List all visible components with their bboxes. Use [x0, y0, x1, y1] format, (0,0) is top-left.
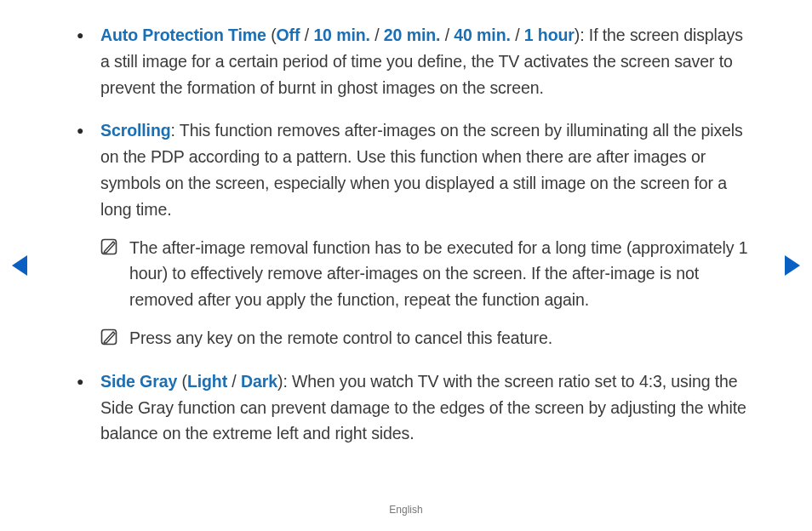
option: Light	[187, 372, 227, 391]
option: Off	[277, 26, 300, 44]
option-sep: /	[440, 26, 454, 44]
note-icon	[100, 328, 117, 345]
option-sep: /	[511, 26, 524, 44]
prev-page-arrow[interactable]	[12, 255, 27, 276]
page-content: Auto Protection Time (Off / 10 min. / 20…	[77, 22, 749, 464]
keyword: Side Gray	[100, 372, 177, 391]
option: 10 min.	[313, 26, 370, 44]
item-body: : This function removes after-images on …	[100, 121, 743, 218]
paren-open: (	[177, 372, 187, 391]
keyword: Scrolling	[100, 121, 171, 140]
note-icon	[100, 238, 117, 255]
option: Dark	[241, 372, 277, 391]
keyword: Auto Protection Time	[100, 26, 266, 44]
option-sep: /	[370, 26, 384, 44]
option-sep: /	[227, 372, 241, 391]
list-item: Scrolling: This function removes after-i…	[77, 117, 749, 351]
next-page-arrow[interactable]	[785, 255, 800, 276]
list-item: Side Gray (Light / Dark): When you watch…	[77, 368, 749, 447]
note-text: Press any key on the remote control to c…	[129, 328, 552, 347]
option: 20 min.	[384, 26, 441, 44]
note: Press any key on the remote control to c…	[100, 325, 749, 351]
page-footer-language: English	[0, 504, 812, 516]
option-sep: /	[300, 26, 313, 44]
option: 40 min.	[454, 26, 511, 44]
paren-open: (	[266, 26, 277, 44]
list-item: Auto Protection Time (Off / 10 min. / 20…	[77, 22, 749, 100]
option: 1 hour	[524, 26, 575, 44]
note: The after-image removal function has to …	[100, 235, 749, 313]
note-text: The after-image removal function has to …	[129, 238, 747, 310]
